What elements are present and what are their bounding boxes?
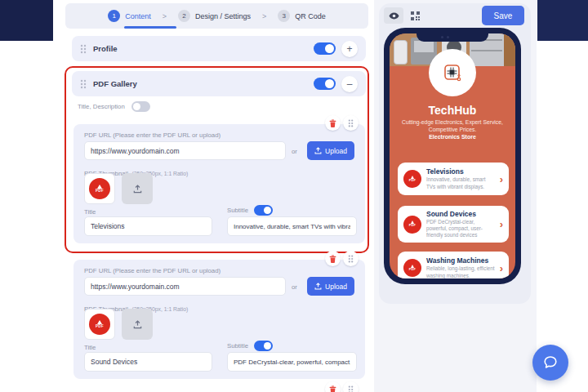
pdf-file-icon: PDF: [403, 170, 421, 188]
subtitle-toggle[interactable]: [254, 341, 273, 351]
pdf-item-card: PDF URL (Please enter the PDF URL or upl…: [74, 260, 365, 379]
qr-code-icon: [411, 11, 420, 20]
eye-icon: [389, 12, 399, 20]
title-description-label: Title, Description: [78, 103, 125, 110]
pdf-url-input[interactable]: [84, 141, 286, 160]
drag-handle-icon: [348, 385, 354, 392]
qr-preview-button[interactable]: [405, 7, 425, 24]
pdf-url-label: PDF URL (Please enter the PDF URL or upl…: [84, 267, 220, 274]
trash-icon: [329, 255, 336, 263]
step-design-settings[interactable]: 2 Design / Settings: [178, 10, 251, 22]
profile-expand-button[interactable]: +: [341, 41, 358, 57]
chevron-right-icon: ›: [500, 262, 503, 274]
title-description-row: Title, Description: [78, 101, 150, 112]
step-label: QR Code: [295, 12, 326, 20]
card-title: Washing Machines: [426, 256, 495, 265]
qr-builder-app: 1 Content > 2 Design / Settings > 3 QR C…: [0, 0, 588, 392]
step-number: 3: [278, 10, 290, 22]
card-title: Sound Devices: [426, 210, 495, 218]
card-text: Televisions Innovative, durable, smart T…: [426, 167, 495, 189]
save-button[interactable]: Save: [482, 6, 524, 25]
mobile-preview-button[interactable]: [384, 7, 403, 24]
stepper: 1 Content > 2 Design / Settings > 3 QR C…: [65, 3, 368, 29]
pdf-url-label: PDF URL (Please enter the PDF URL or upl…: [84, 131, 220, 139]
preview-pdf-card[interactable]: PDF Sound Devices PDF DeCrystal-clear, p…: [398, 206, 509, 243]
upload-button[interactable]: Upload: [307, 141, 354, 160]
upload-icon: [314, 147, 322, 154]
step-content[interactable]: 1 Content: [108, 10, 151, 22]
chevron-right-icon: ›: [500, 218, 503, 230]
title-description-toggle[interactable]: [131, 101, 150, 112]
pdf-item-card: PDF URL (Please enter the PDF URL or upl…: [74, 124, 365, 243]
or-label: or: [292, 283, 297, 291]
gallery-collapse-button[interactable]: –: [341, 76, 358, 92]
or-label: or: [292, 148, 297, 155]
preview-pdf-card[interactable]: PDF Washing Machines Reliable, long-last…: [398, 252, 509, 278]
item-subtitle-input[interactable]: [227, 216, 357, 236]
item-actions: [325, 381, 359, 392]
item-title-input[interactable]: [84, 352, 212, 372]
microchip-icon: [440, 60, 465, 85]
page-corner-right: [537, 0, 588, 41]
step-label: Content: [125, 12, 151, 20]
step-number: 1: [108, 10, 120, 22]
drag-handle-icon[interactable]: [80, 44, 87, 54]
thumbnail-upload-button[interactable]: [122, 173, 153, 204]
preview-pdf-card[interactable]: PDF Televisions Innovative, durable, sma…: [398, 163, 509, 195]
subtitle-row: Subtitle: [227, 205, 273, 216]
upload-label: Upload: [325, 283, 347, 291]
step-qr-code[interactable]: 3 QR Code: [278, 10, 326, 22]
phone-mockup: TechHub Cutting-edge Electronics, Expert…: [384, 28, 521, 284]
section-title: PDF Gallery: [93, 79, 137, 88]
item-subtitle-input[interactable]: [227, 352, 357, 372]
card-text: Sound Devices PDF DeCrystal-clear, power…: [426, 210, 495, 239]
card-desc: PDF DeCrystal-clear, powerful, compact, …: [426, 219, 495, 239]
item-title-input[interactable]: [84, 216, 212, 236]
trash-icon: [329, 385, 336, 392]
phone-notch: [416, 33, 488, 42]
pdf-file-icon: PDF: [403, 216, 421, 234]
profile-enabled-toggle[interactable]: [314, 42, 336, 55]
delete-item-button[interactable]: [325, 381, 341, 392]
move-item-handle[interactable]: [343, 115, 359, 131]
subtitle-toggle[interactable]: [254, 205, 273, 216]
gallery-enabled-toggle[interactable]: [314, 78, 336, 90]
drag-handle-icon: [348, 119, 354, 127]
pdf-thumbnail[interactable]: PDF: [84, 309, 115, 340]
store-label: Electronics Store: [390, 134, 515, 140]
pdf-thumbnail[interactable]: PDF: [84, 173, 115, 204]
card-desc: Reliable, long-lasting, efficient washin…: [426, 265, 495, 278]
content-editor-panel: 1 Content > 2 Design / Settings > 3 QR C…: [59, 0, 374, 392]
trash-icon: [329, 119, 336, 127]
step-label: Design / Settings: [195, 12, 251, 20]
section-profile[interactable]: Profile +: [72, 36, 366, 61]
item-actions: [325, 115, 359, 131]
drag-handle-icon: [348, 255, 354, 263]
chat-button[interactable]: [532, 345, 568, 381]
subtitle-label: Subtitle: [227, 207, 248, 214]
upload-icon: [133, 320, 142, 329]
chat-bubble-icon: [542, 354, 559, 371]
upload-button[interactable]: Upload: [307, 277, 354, 296]
brand-name: TechHub: [390, 104, 515, 117]
section-pdf-gallery[interactable]: PDF Gallery –: [72, 71, 366, 96]
thumbnail-upload-button[interactable]: [122, 309, 153, 340]
pdf-file-icon: PDF: [89, 178, 110, 199]
title-label: Title: [84, 344, 96, 351]
card-desc: Innovative, durable, smart TVs with vibr…: [426, 176, 495, 189]
upload-icon: [133, 185, 142, 194]
section-title: Profile: [93, 44, 118, 53]
card-text: Washing Machines Reliable, long-lasting,…: [426, 256, 495, 278]
chevron-right-icon: >: [262, 12, 266, 20]
brand-tagline: Cutting-edge Electronics, Expert Service…: [390, 118, 515, 133]
subtitle-label: Subtitle: [227, 342, 248, 350]
pdf-url-input[interactable]: [84, 277, 286, 296]
subtitle-row: Subtitle: [227, 341, 273, 351]
phone-screen: TechHub Cutting-edge Electronics, Expert…: [390, 33, 515, 278]
delete-item-button[interactable]: [325, 251, 341, 266]
move-item-handle[interactable]: [343, 381, 359, 392]
drag-handle-icon[interactable]: [80, 79, 87, 89]
move-item-handle[interactable]: [343, 251, 359, 266]
delete-item-button[interactable]: [325, 115, 341, 131]
upload-icon: [314, 283, 322, 290]
